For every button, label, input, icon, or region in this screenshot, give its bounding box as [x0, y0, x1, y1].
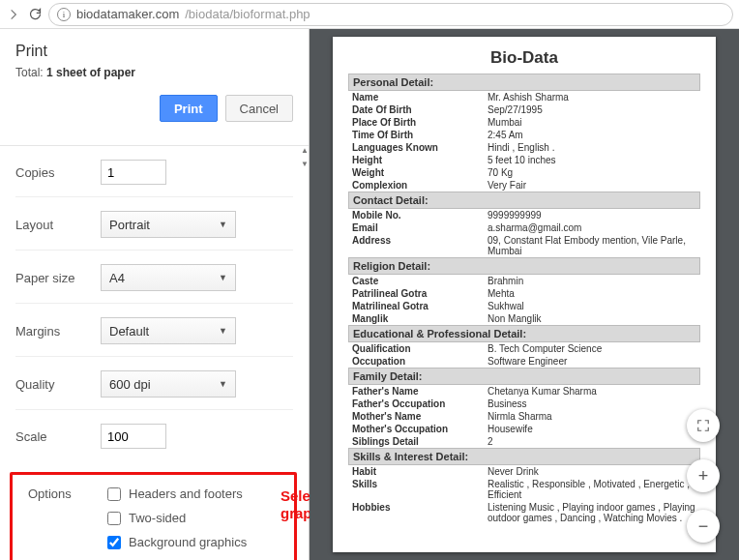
margins-label: Margins [15, 324, 101, 339]
scale-input[interactable] [101, 424, 166, 449]
options-label: Options [28, 486, 107, 549]
chevron-down-icon: ▼ [219, 379, 227, 389]
doc-row: OccupationSoftware Engineer [348, 355, 700, 368]
doc-row: CasteBrahmin [348, 275, 700, 287]
doc-row: Siblings Detail2 [348, 435, 700, 448]
doc-row: Mobile No.9999999999 [348, 209, 700, 221]
section-header: Educational & Professional Detail: [348, 325, 700, 342]
doc-row: Mother's NameNirmla Sharma [348, 410, 700, 423]
scroll-up-icon[interactable]: ▲ [301, 146, 309, 155]
doc-row: Height5 feet 10 inches [348, 154, 700, 166]
doc-row: ComplexionVery Fair [348, 179, 700, 192]
doc-row: Address09, Constant Flat Embody mention,… [348, 234, 700, 257]
chevron-down-icon: ▼ [219, 220, 227, 229]
zoom-in-button[interactable]: + [687, 459, 720, 492]
fit-to-page-button[interactable] [687, 409, 720, 442]
doc-row: Weight70 Kg [348, 166, 700, 179]
site-info-icon[interactable]: i [57, 8, 71, 21]
cancel-button[interactable]: Cancel [225, 95, 293, 122]
doc-row: Father's OccupationBusiness [348, 398, 700, 410]
options-group: Options Headers and footers Two-sided Ba… [10, 472, 297, 560]
print-button[interactable]: Print [160, 95, 218, 122]
total-sheets: Total: 1 sheet of paper [15, 66, 293, 79]
paper-size-select[interactable]: A4▼ [101, 264, 236, 291]
print-dialog: Print Total: 1 sheet of paper Print Canc… [0, 29, 310, 560]
section-header: Family Detail: [348, 368, 700, 385]
dialog-title: Print [15, 43, 293, 60]
doc-row: Time Of Birth2:45 Am [348, 129, 700, 141]
doc-row: Date Of BirthSep/27/1995 [348, 103, 700, 116]
browser-toolbar: i biodatamaker.com/biodata/bioformat.php [0, 0, 739, 29]
layout-label: Layout [15, 218, 101, 232]
doc-row: QualificationB. Tech Computer Science [348, 342, 700, 355]
forward-icon[interactable] [6, 7, 21, 22]
layout-select[interactable]: Portrait▼ [101, 211, 236, 238]
doc-row: SkillsRealistic , Responsible , Motivate… [348, 478, 700, 501]
headers-footers-checkbox[interactable]: Headers and footers [107, 486, 247, 501]
scroll-down-icon[interactable]: ▼ [301, 160, 309, 168]
preview-page: Bio-Data Personal Detail:NameMr. Ashish … [333, 37, 716, 552]
section-header: Skills & Interest Detail: [348, 448, 700, 465]
scale-label: Scale [15, 429, 101, 444]
doc-row: Father's NameChetanya Kumar Sharma [348, 385, 700, 398]
section-header: Personal Detail: [348, 74, 700, 91]
section-header: Contact Detail: [348, 192, 700, 209]
doc-row: Matrilineal GotraSukhwal [348, 300, 700, 312]
chevron-down-icon: ▼ [219, 326, 227, 336]
url-path: /biodata/bioformat.php [185, 7, 310, 21]
doc-row: Place Of BirthMumbai [348, 116, 700, 129]
url-host: biodatamaker.com [76, 7, 179, 21]
quality-label: Quality [15, 377, 101, 392]
doc-row: HabitNever Drink [348, 465, 700, 478]
quality-select[interactable]: 600 dpi▼ [101, 370, 236, 398]
doc-row: ManglikNon Manglik [348, 312, 700, 325]
doc-row: HobbiesListening Music , Playing indoor … [348, 501, 700, 524]
doc-title: Bio-Data [348, 44, 700, 74]
background-graphics-checkbox[interactable]: Background graphics [107, 535, 247, 549]
print-preview: Bio-Data Personal Detail:NameMr. Ashish … [310, 29, 739, 560]
zoom-out-button[interactable]: − [687, 510, 720, 543]
address-bar[interactable]: i biodatamaker.com/biodata/bioformat.php [48, 3, 733, 26]
section-header: Religion Detail: [348, 257, 700, 275]
copies-input[interactable] [101, 160, 166, 185]
doc-row: Patrilineal GotraMehta [348, 287, 700, 300]
reload-icon[interactable] [27, 7, 43, 22]
chevron-down-icon: ▼ [219, 273, 227, 282]
two-sided-checkbox[interactable]: Two-sided [107, 511, 247, 525]
doc-row: Languages KnownHindi , English . [348, 141, 700, 154]
doc-row: NameMr. Ashish Sharma [348, 91, 700, 103]
doc-row: Emaila.sharma@gmail.com [348, 221, 700, 234]
doc-row: Mother's OccupationHousewife [348, 423, 700, 435]
paper-size-label: Paper size [15, 271, 101, 285]
margins-select[interactable]: Default▼ [101, 317, 236, 344]
copies-label: Copies [15, 165, 101, 180]
